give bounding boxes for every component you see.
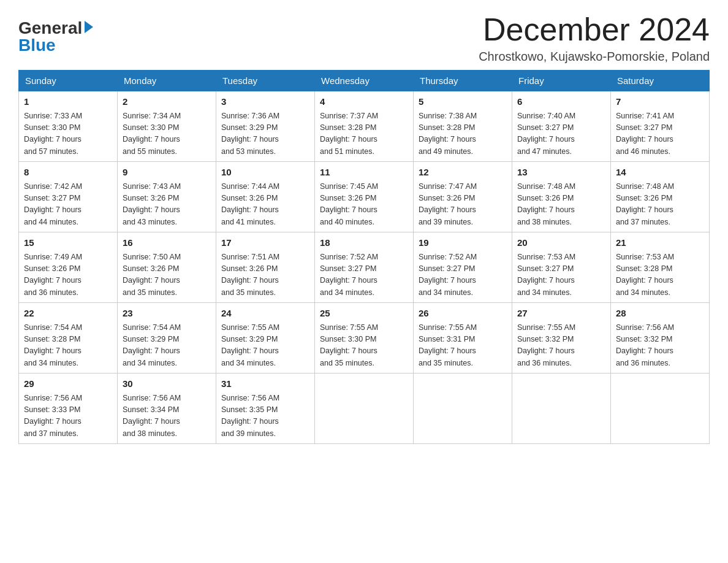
- calendar-cell: 27Sunrise: 7:55 AMSunset: 3:32 PMDayligh…: [512, 303, 611, 373]
- calendar-week-row: 22Sunrise: 7:54 AMSunset: 3:28 PMDayligh…: [19, 303, 710, 373]
- day-number: 6: [517, 95, 605, 109]
- day-number: 20: [517, 236, 605, 250]
- calendar-cell: 1Sunrise: 7:33 AMSunset: 3:30 PMDaylight…: [19, 91, 118, 162]
- day-info: Sunrise: 7:34 AMSunset: 3:30 PMDaylight:…: [123, 110, 211, 158]
- day-number: 8: [24, 166, 112, 180]
- day-number: 1: [24, 95, 112, 109]
- day-number: 21: [616, 236, 704, 250]
- day-info: Sunrise: 7:44 AMSunset: 3:26 PMDaylight:…: [221, 181, 309, 229]
- day-number: 19: [419, 236, 507, 250]
- day-info: Sunrise: 7:41 AMSunset: 3:27 PMDaylight:…: [616, 110, 704, 158]
- day-info: Sunrise: 7:55 AMSunset: 3:30 PMDaylight:…: [320, 322, 408, 370]
- day-info: Sunrise: 7:50 AMSunset: 3:26 PMDaylight:…: [123, 251, 211, 299]
- calendar-cell: 25Sunrise: 7:55 AMSunset: 3:30 PMDayligh…: [315, 303, 414, 373]
- calendar-cell: [611, 373, 710, 444]
- day-info: Sunrise: 7:56 AMSunset: 3:32 PMDaylight:…: [616, 322, 704, 370]
- calendar-cell: 23Sunrise: 7:54 AMSunset: 3:29 PMDayligh…: [118, 303, 216, 373]
- day-header-friday: Friday: [512, 71, 611, 91]
- day-number: 28: [616, 307, 704, 321]
- day-info: Sunrise: 7:38 AMSunset: 3:28 PMDaylight:…: [419, 110, 507, 158]
- title-area: December 2024 Chrostkowo, Kujawsko-Pomor…: [479, 12, 710, 64]
- day-header-thursday: Thursday: [414, 71, 512, 91]
- day-number: 23: [123, 307, 211, 321]
- calendar-cell: 26Sunrise: 7:55 AMSunset: 3:31 PMDayligh…: [414, 303, 512, 373]
- day-info: Sunrise: 7:45 AMSunset: 3:26 PMDaylight:…: [320, 181, 408, 229]
- day-info: Sunrise: 7:55 AMSunset: 3:32 PMDaylight:…: [517, 322, 605, 370]
- day-info: Sunrise: 7:56 AMSunset: 3:33 PMDaylight:…: [24, 393, 112, 440]
- day-number: 3: [221, 95, 309, 109]
- calendar-cell: 4Sunrise: 7:37 AMSunset: 3:28 PMDaylight…: [315, 91, 414, 162]
- day-header-monday: Monday: [118, 71, 216, 91]
- day-info: Sunrise: 7:48 AMSunset: 3:26 PMDaylight:…: [616, 181, 704, 229]
- logo: General Blue: [18, 18, 93, 55]
- calendar-week-row: 1Sunrise: 7:33 AMSunset: 3:30 PMDaylight…: [19, 91, 710, 162]
- day-number: 13: [517, 166, 605, 180]
- day-number: 4: [320, 95, 408, 109]
- day-info: Sunrise: 7:47 AMSunset: 3:26 PMDaylight:…: [419, 181, 507, 229]
- day-number: 29: [24, 377, 112, 391]
- day-info: Sunrise: 7:36 AMSunset: 3:29 PMDaylight:…: [221, 110, 309, 158]
- day-info: Sunrise: 7:53 AMSunset: 3:27 PMDaylight:…: [517, 251, 605, 299]
- day-number: 24: [221, 307, 309, 321]
- calendar-cell: 29Sunrise: 7:56 AMSunset: 3:33 PMDayligh…: [19, 373, 118, 444]
- calendar-header-row: SundayMondayTuesdayWednesdayThursdayFrid…: [19, 71, 710, 91]
- day-info: Sunrise: 7:43 AMSunset: 3:26 PMDaylight:…: [123, 181, 211, 229]
- day-number: 22: [24, 307, 112, 321]
- calendar-cell: 21Sunrise: 7:53 AMSunset: 3:28 PMDayligh…: [611, 232, 710, 303]
- day-info: Sunrise: 7:55 AMSunset: 3:29 PMDaylight:…: [221, 322, 309, 370]
- calendar-cell: 3Sunrise: 7:36 AMSunset: 3:29 PMDaylight…: [216, 91, 315, 162]
- day-number: 18: [320, 236, 408, 250]
- calendar-cell: 13Sunrise: 7:48 AMSunset: 3:26 PMDayligh…: [512, 162, 611, 232]
- day-header-wednesday: Wednesday: [315, 71, 414, 91]
- calendar-cell: 31Sunrise: 7:56 AMSunset: 3:35 PMDayligh…: [216, 373, 315, 444]
- page-header: General Blue December 2024 Chrostkowo, K…: [18, 12, 710, 64]
- calendar-week-row: 8Sunrise: 7:42 AMSunset: 3:27 PMDaylight…: [19, 162, 710, 232]
- day-number: 26: [419, 307, 507, 321]
- calendar-cell: 7Sunrise: 7:41 AMSunset: 3:27 PMDaylight…: [611, 91, 710, 162]
- day-info: Sunrise: 7:53 AMSunset: 3:28 PMDaylight:…: [616, 251, 704, 299]
- day-number: 2: [123, 95, 211, 109]
- day-number: 27: [517, 307, 605, 321]
- calendar-cell: 16Sunrise: 7:50 AMSunset: 3:26 PMDayligh…: [118, 232, 216, 303]
- calendar-cell: 11Sunrise: 7:45 AMSunset: 3:26 PMDayligh…: [315, 162, 414, 232]
- day-number: 12: [419, 166, 507, 180]
- calendar-cell: 17Sunrise: 7:51 AMSunset: 3:26 PMDayligh…: [216, 232, 315, 303]
- day-info: Sunrise: 7:33 AMSunset: 3:30 PMDaylight:…: [24, 110, 112, 158]
- calendar-cell: 24Sunrise: 7:55 AMSunset: 3:29 PMDayligh…: [216, 303, 315, 373]
- calendar-cell: 30Sunrise: 7:56 AMSunset: 3:34 PMDayligh…: [118, 373, 216, 444]
- day-number: 16: [123, 236, 211, 250]
- month-title: December 2024: [479, 12, 710, 47]
- day-number: 14: [616, 166, 704, 180]
- day-number: 10: [221, 166, 309, 180]
- logo-blue-text: Blue: [18, 36, 56, 55]
- day-header-sunday: Sunday: [19, 71, 118, 91]
- calendar-cell: 12Sunrise: 7:47 AMSunset: 3:26 PMDayligh…: [414, 162, 512, 232]
- day-number: 9: [123, 166, 211, 180]
- calendar-cell: [512, 373, 611, 444]
- day-info: Sunrise: 7:49 AMSunset: 3:26 PMDaylight:…: [24, 251, 112, 299]
- calendar-cell: 18Sunrise: 7:52 AMSunset: 3:27 PMDayligh…: [315, 232, 414, 303]
- day-info: Sunrise: 7:51 AMSunset: 3:26 PMDaylight:…: [221, 251, 309, 299]
- calendar-cell: 5Sunrise: 7:38 AMSunset: 3:28 PMDaylight…: [414, 91, 512, 162]
- day-number: 17: [221, 236, 309, 250]
- day-number: 11: [320, 166, 408, 180]
- day-info: Sunrise: 7:52 AMSunset: 3:27 PMDaylight:…: [320, 251, 408, 299]
- calendar-week-row: 15Sunrise: 7:49 AMSunset: 3:26 PMDayligh…: [19, 232, 710, 303]
- day-info: Sunrise: 7:37 AMSunset: 3:28 PMDaylight:…: [320, 110, 408, 158]
- calendar-cell: [315, 373, 414, 444]
- day-number: 5: [419, 95, 507, 109]
- day-header-saturday: Saturday: [611, 71, 710, 91]
- day-number: 25: [320, 307, 408, 321]
- calendar-cell: 19Sunrise: 7:52 AMSunset: 3:27 PMDayligh…: [414, 232, 512, 303]
- day-info: Sunrise: 7:56 AMSunset: 3:34 PMDaylight:…: [123, 393, 211, 440]
- location-title: Chrostkowo, Kujawsko-Pomorskie, Poland: [479, 50, 710, 64]
- day-info: Sunrise: 7:48 AMSunset: 3:26 PMDaylight:…: [517, 181, 605, 229]
- calendar-cell: 2Sunrise: 7:34 AMSunset: 3:30 PMDaylight…: [118, 91, 216, 162]
- day-info: Sunrise: 7:55 AMSunset: 3:31 PMDaylight:…: [419, 322, 507, 370]
- calendar-cell: 14Sunrise: 7:48 AMSunset: 3:26 PMDayligh…: [611, 162, 710, 232]
- calendar-cell: 10Sunrise: 7:44 AMSunset: 3:26 PMDayligh…: [216, 162, 315, 232]
- day-info: Sunrise: 7:54 AMSunset: 3:28 PMDaylight:…: [24, 322, 112, 370]
- calendar-table: SundayMondayTuesdayWednesdayThursdayFrid…: [18, 70, 710, 444]
- calendar-cell: 9Sunrise: 7:43 AMSunset: 3:26 PMDaylight…: [118, 162, 216, 232]
- day-number: 7: [616, 95, 704, 109]
